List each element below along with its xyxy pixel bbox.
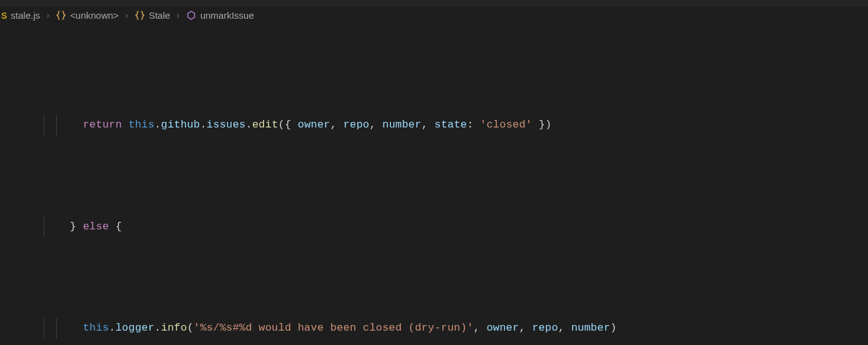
code-line: } else {: [44, 217, 616, 238]
breadcrumb-sep-icon: ›: [41, 10, 54, 21]
breadcrumb-item-label: Stale: [149, 10, 170, 21]
code-body[interactable]: return this.github.issues.edit({ owner, …: [44, 25, 616, 345]
code-line: this.logger.info('%s/%s#%d would have be…: [44, 318, 616, 339]
breadcrumb-sep-icon: ›: [171, 10, 185, 21]
code-editor[interactable]: return this.github.issues.edit({ owner, …: [0, 25, 868, 345]
namespace-icon: [56, 10, 66, 21]
namespace-icon: [135, 10, 145, 21]
js-file-icon: S: [1, 11, 7, 21]
method-icon: [186, 10, 197, 21]
breadcrumb-stale[interactable]: Stale: [135, 10, 170, 21]
breadcrumb-item-label: unmarkIssue: [200, 10, 254, 21]
breadcrumb-unmarkissue[interactable]: unmarkIssue: [186, 10, 254, 21]
breadcrumb[interactable]: S stale.js › <unknown> › Stale › unmarkI…: [0, 5, 868, 25]
gutter: [0, 25, 44, 345]
breadcrumb-sep-icon: ›: [120, 10, 133, 21]
code-line: return this.github.issues.edit({ owner, …: [44, 115, 616, 136]
breadcrumb-file-label: stale.js: [11, 10, 40, 21]
breadcrumb-unknown[interactable]: <unknown>: [56, 10, 119, 21]
tab-bar: [0, 0, 868, 5]
breadcrumb-item-label: <unknown>: [70, 10, 119, 21]
breadcrumb-file[interactable]: S stale.js: [1, 10, 40, 21]
